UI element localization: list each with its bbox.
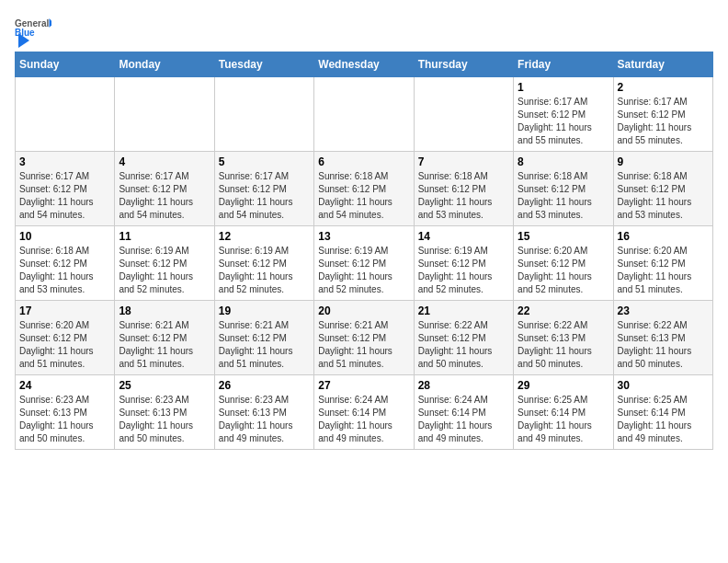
day-of-week-header: Saturday [613,52,712,77]
calendar-cell: 19Sunrise: 6:21 AM Sunset: 6:12 PM Dayli… [214,301,313,375]
calendar-cell: 7Sunrise: 6:18 AM Sunset: 6:12 PM Daylig… [414,152,513,226]
calendar-cell [115,77,214,152]
calendar-cell: 11Sunrise: 6:19 AM Sunset: 6:12 PM Dayli… [115,226,214,301]
day-number: 18 [119,304,210,317]
day-number: 15 [518,230,609,243]
svg-marker-2 [50,18,52,28]
calendar-week-row: 17Sunrise: 6:20 AM Sunset: 6:12 PM Dayli… [16,301,713,375]
day-number: 17 [19,304,110,317]
day-number: 13 [318,230,409,243]
calendar-cell: 6Sunrise: 6:18 AM Sunset: 6:12 PM Daylig… [314,152,414,226]
day-detail: Sunrise: 6:19 AM Sunset: 6:12 PM Dayligh… [418,245,509,296]
calendar-week-row: 3Sunrise: 6:17 AM Sunset: 6:12 PM Daylig… [16,152,713,226]
day-detail: Sunrise: 6:19 AM Sunset: 6:12 PM Dayligh… [219,245,310,296]
calendar-cell: 15Sunrise: 6:20 AM Sunset: 6:12 PM Dayli… [514,226,613,301]
calendar-week-row: 10Sunrise: 6:18 AM Sunset: 6:12 PM Dayli… [16,226,713,301]
day-detail: Sunrise: 6:17 AM Sunset: 6:12 PM Dayligh… [19,170,110,222]
logo-arrow-icon [15,31,33,50]
day-detail: Sunrise: 6:22 AM Sunset: 6:12 PM Dayligh… [418,319,509,371]
day-of-week-header: Wednesday [314,52,414,77]
day-number: 9 [618,155,709,168]
calendar-table: SundayMondayTuesdayWednesdayThursdayFrid… [15,52,713,450]
calendar-cell: 24Sunrise: 6:23 AM Sunset: 6:13 PM Dayli… [16,375,115,450]
calendar-header-row: SundayMondayTuesdayWednesdayThursdayFrid… [16,52,713,77]
day-detail: Sunrise: 6:20 AM Sunset: 6:12 PM Dayligh… [518,245,609,296]
day-of-week-header: Friday [514,52,613,77]
day-number: 12 [219,230,310,243]
calendar-cell: 12Sunrise: 6:19 AM Sunset: 6:12 PM Dayli… [214,226,313,301]
calendar-cell: 30Sunrise: 6:25 AM Sunset: 6:14 PM Dayli… [613,375,712,450]
calendar-cell [16,77,115,152]
calendar-cell: 1Sunrise: 6:17 AM Sunset: 6:12 PM Daylig… [514,77,613,152]
calendar-cell: 10Sunrise: 6:18 AM Sunset: 6:12 PM Dayli… [16,226,115,301]
day-detail: Sunrise: 6:21 AM Sunset: 6:12 PM Dayligh… [219,319,310,371]
calendar-cell: 25Sunrise: 6:23 AM Sunset: 6:13 PM Dayli… [115,375,214,450]
calendar-cell: 13Sunrise: 6:19 AM Sunset: 6:12 PM Dayli… [314,226,414,301]
day-number: 6 [318,155,409,168]
day-of-week-header: Sunday [16,52,115,77]
day-detail: Sunrise: 6:19 AM Sunset: 6:12 PM Dayligh… [318,245,409,296]
day-detail: Sunrise: 6:18 AM Sunset: 6:12 PM Dayligh… [318,170,409,222]
day-detail: Sunrise: 6:23 AM Sunset: 6:13 PM Dayligh… [119,394,210,445]
calendar-cell: 23Sunrise: 6:22 AM Sunset: 6:13 PM Dayli… [613,301,712,375]
calendar-cell: 8Sunrise: 6:18 AM Sunset: 6:12 PM Daylig… [514,152,613,226]
day-number: 19 [219,304,310,317]
day-of-week-header: Monday [115,52,214,77]
day-number: 26 [219,379,310,392]
calendar-cell: 29Sunrise: 6:25 AM Sunset: 6:14 PM Dayli… [514,375,613,450]
calendar-cell: 5Sunrise: 6:17 AM Sunset: 6:12 PM Daylig… [214,152,313,226]
calendar-cell: 20Sunrise: 6:21 AM Sunset: 6:12 PM Dayli… [314,301,414,375]
calendar-cell: 4Sunrise: 6:17 AM Sunset: 6:12 PM Daylig… [115,152,214,226]
day-number: 4 [119,155,210,168]
day-detail: Sunrise: 6:18 AM Sunset: 6:12 PM Dayligh… [418,170,509,222]
calendar-cell [414,77,513,152]
day-number: 14 [418,230,509,243]
day-detail: Sunrise: 6:20 AM Sunset: 6:12 PM Dayligh… [19,319,110,371]
day-detail: Sunrise: 6:23 AM Sunset: 6:13 PM Dayligh… [19,394,110,445]
day-detail: Sunrise: 6:17 AM Sunset: 6:12 PM Dayligh… [119,170,210,222]
day-detail: Sunrise: 6:24 AM Sunset: 6:14 PM Dayligh… [418,394,509,445]
day-detail: Sunrise: 6:17 AM Sunset: 6:12 PM Dayligh… [219,170,310,222]
day-detail: Sunrise: 6:18 AM Sunset: 6:12 PM Dayligh… [19,245,110,296]
day-number: 28 [418,379,509,392]
calendar-cell: 14Sunrise: 6:19 AM Sunset: 6:12 PM Dayli… [414,226,513,301]
calendar-cell: 2Sunrise: 6:17 AM Sunset: 6:12 PM Daylig… [613,77,712,152]
calendar-cell: 26Sunrise: 6:23 AM Sunset: 6:13 PM Dayli… [214,375,313,450]
day-number: 22 [518,304,609,317]
day-number: 27 [318,379,409,392]
day-number: 16 [618,230,709,243]
day-detail: Sunrise: 6:24 AM Sunset: 6:14 PM Dayligh… [318,394,409,445]
day-detail: Sunrise: 6:23 AM Sunset: 6:13 PM Dayligh… [219,394,310,445]
calendar-cell: 16Sunrise: 6:20 AM Sunset: 6:12 PM Dayli… [613,226,712,301]
day-of-week-header: Tuesday [214,52,313,77]
day-of-week-header: Thursday [414,52,513,77]
calendar-cell: 21Sunrise: 6:22 AM Sunset: 6:12 PM Dayli… [414,301,513,375]
svg-text:General: General [15,18,49,29]
day-number: 30 [618,379,709,392]
day-number: 24 [19,379,110,392]
calendar-cell: 28Sunrise: 6:24 AM Sunset: 6:14 PM Dayli… [414,375,513,450]
day-number: 3 [19,155,110,168]
day-detail: Sunrise: 6:18 AM Sunset: 6:12 PM Dayligh… [518,170,609,222]
day-number: 1 [518,81,609,94]
day-detail: Sunrise: 6:22 AM Sunset: 6:13 PM Dayligh… [518,319,609,371]
calendar-week-row: 1Sunrise: 6:17 AM Sunset: 6:12 PM Daylig… [16,77,713,152]
day-number: 29 [518,379,609,392]
day-detail: Sunrise: 6:21 AM Sunset: 6:12 PM Dayligh… [318,319,409,371]
day-detail: Sunrise: 6:25 AM Sunset: 6:14 PM Dayligh… [618,394,709,445]
day-detail: Sunrise: 6:22 AM Sunset: 6:13 PM Dayligh… [618,319,709,371]
calendar-cell [314,77,414,152]
calendar-cell: 9Sunrise: 6:18 AM Sunset: 6:12 PM Daylig… [613,152,712,226]
day-number: 11 [119,230,210,243]
day-number: 21 [418,304,509,317]
day-number: 8 [518,155,609,168]
day-detail: Sunrise: 6:18 AM Sunset: 6:12 PM Dayligh… [618,170,709,222]
calendar-cell: 22Sunrise: 6:22 AM Sunset: 6:13 PM Dayli… [514,301,613,375]
day-number: 5 [219,155,310,168]
day-detail: Sunrise: 6:25 AM Sunset: 6:14 PM Dayligh… [518,394,609,445]
day-detail: Sunrise: 6:20 AM Sunset: 6:12 PM Dayligh… [618,245,709,296]
day-number: 20 [318,304,409,317]
calendar-week-row: 24Sunrise: 6:23 AM Sunset: 6:13 PM Dayli… [16,375,713,450]
day-detail: Sunrise: 6:21 AM Sunset: 6:12 PM Dayligh… [119,319,210,371]
day-number: 25 [119,379,210,392]
